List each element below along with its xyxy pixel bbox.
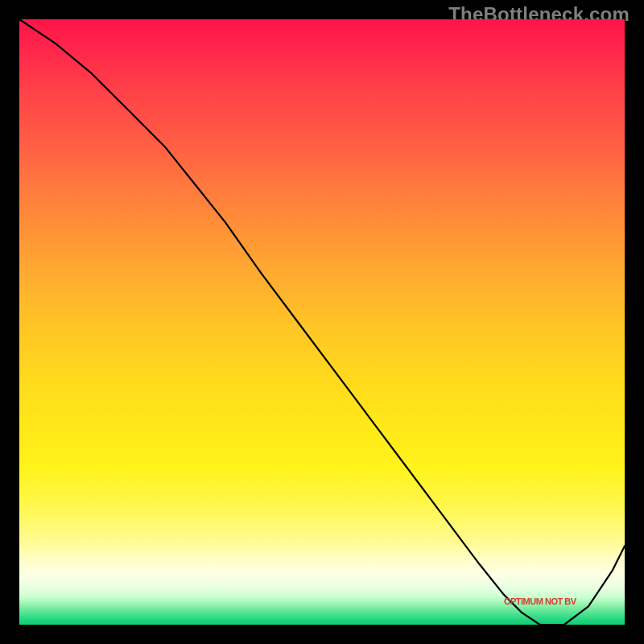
curve-overlay: OPTIMUM NOT BV xyxy=(19,19,625,625)
optimum-label: OPTIMUM NOT BV xyxy=(504,597,577,606)
bottleneck-curve xyxy=(19,19,625,625)
chart-container: { "watermark": "TheBottleneck.com", "min… xyxy=(0,0,644,644)
